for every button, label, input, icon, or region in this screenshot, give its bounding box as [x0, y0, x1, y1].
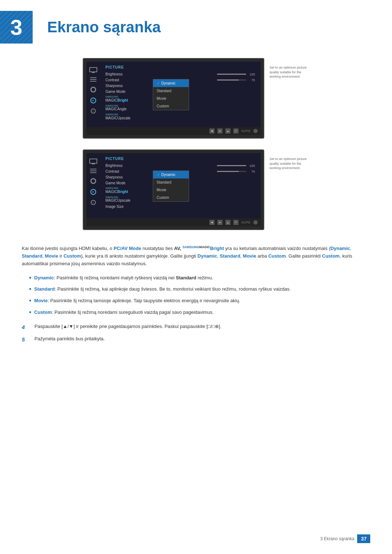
- sharpness-label-2: Sharpness: [106, 175, 123, 179]
- ctrl-up-2[interactable]: ▲: [225, 220, 230, 225]
- brightness-label-2: Brightness: [106, 164, 123, 168]
- contrast-value-1: 75: [248, 78, 255, 82]
- ctrl-up-1[interactable]: ▲: [225, 128, 230, 134]
- magicupscale-label-2: SAMSUNG MAGICUpscale: [106, 196, 131, 203]
- pc-av-mode-highlight: PC/AV Mode: [114, 246, 141, 251]
- bullet-list: • Dynamic: Pasirinkite šį režimą norėdam…: [22, 274, 370, 316]
- magicbright-label-1: SAMSUNG MAGICBright: [106, 95, 128, 103]
- ctrl-enter-1[interactable]: ↵: [233, 128, 238, 134]
- chapter-title: Ekrano sąranka: [47, 19, 161, 36]
- page-number: 37: [357, 534, 370, 543]
- ctrl-power-2[interactable]: [253, 220, 258, 225]
- settings-icon-1: [90, 87, 96, 93]
- brightness-fill-2: [217, 165, 246, 166]
- brightness-fill-1: [217, 74, 246, 75]
- monitor1-side-note: Set to an optimum picture quality suitab…: [270, 58, 310, 79]
- bullet-standard: • Standard: Pasirinkite šį režimą, kai a…: [29, 286, 370, 294]
- step4-text: Paspauskite [▲/▼] ir pereikite prie page…: [34, 323, 221, 332]
- dropdown-item-standard-1[interactable]: Standard: [153, 87, 189, 95]
- ctrl-left-1[interactable]: ◀: [209, 128, 215, 134]
- footer-section-label: 3 Ekrano sąranka: [320, 536, 354, 541]
- custom-inline-1: Custom: [64, 253, 81, 259]
- brightness-label-1: Brightness: [106, 72, 123, 76]
- custom-inline-2: Custom: [268, 253, 286, 259]
- monitor1-container: ✦ i PICTURE Brightness: [83, 58, 310, 139]
- chapter-box: 3: [0, 11, 33, 44]
- ctrl-down-1[interactable]: ▼: [217, 128, 222, 134]
- monitor2-controls: ◀ ▼ ▲ ↵ AUTO: [86, 218, 261, 226]
- info-icon-1: i: [91, 108, 96, 114]
- monitor-icon-2: [89, 159, 97, 164]
- magic-icon-1: ✦: [90, 98, 96, 103]
- step5-text: Pažymėta parinktis bus pritaikyta.: [34, 335, 105, 344]
- movie-inline-1: Movie: [45, 253, 58, 259]
- bullet-dot-2: •: [29, 286, 31, 294]
- info-icon-2: i: [91, 200, 96, 205]
- page-footer: 3 Ekrano sąranka 37: [0, 534, 392, 543]
- contrast-bar-1: [217, 79, 246, 81]
- brightness-bar-2: [217, 165, 246, 166]
- monitor1-controls: ◀ ▼ ▲ ↵ AUTO: [86, 127, 261, 135]
- dropdown-item-movie-1[interactable]: Movie: [153, 95, 189, 102]
- bullet-movie-text: Movie: Pasirinkite šį režimą tamsioje ap…: [34, 297, 240, 305]
- dropdown-item-standard-2[interactable]: Standard: [153, 178, 189, 186]
- main-content: ✦ i PICTURE Brightness: [0, 51, 392, 369]
- magicupscale-label-1: SAMSUNG MAGICUpscale: [106, 113, 131, 120]
- dropdown-2[interactable]: ✓ Dynamic Standard Movie Custom: [153, 171, 189, 202]
- menu-panel-1: PICTURE Brightness 100: [100, 62, 261, 127]
- magic-bright-inline: Bright: [210, 246, 224, 251]
- contrast-label-1: Contrast: [106, 78, 119, 82]
- monitor-icon-1: [89, 67, 97, 72]
- bullet-custom: • Custom: Pasirinkite šį režimą norėdami…: [29, 309, 370, 317]
- dropdown-item-custom-2[interactable]: Custom: [153, 194, 189, 201]
- footer-text: 3 Ekrano sąranka 37: [320, 534, 370, 543]
- magicupscale-item-1: SAMSUNG MAGICUpscale: [106, 113, 255, 120]
- dropdown-1[interactable]: ✓ Dynamic Standard Movie Custom: [153, 79, 189, 110]
- step4-item: 4 Paspauskite [▲/▼] ir pereikite prie pa…: [22, 323, 370, 332]
- brightness-value-2: 100: [248, 164, 255, 168]
- movie-inline-2: Movie: [243, 253, 256, 259]
- monitor2-container: ✦ i PICTURE Brightness: [83, 149, 310, 230]
- dropdown-item-dynamic-1[interactable]: ✓ Dynamic: [153, 79, 189, 87]
- dropdown-label-standard-2: Standard: [157, 180, 172, 184]
- monitor2-inner: ✦ i PICTURE Brightness: [86, 153, 261, 218]
- dropdown-label-movie-2: Movie: [157, 188, 167, 192]
- bullet-dot-3: •: [29, 297, 31, 305]
- chapter-number: 3: [10, 15, 22, 40]
- sharpness-label-1: Sharpness: [106, 84, 123, 88]
- ctrl-power-1[interactable]: [253, 129, 258, 133]
- contrast-fill-2: [217, 171, 239, 172]
- magic-icon-2: ✦: [90, 189, 96, 195]
- monitor2-side-note: Set to an optimum picture quality suitab…: [270, 149, 310, 171]
- ctrl-left-2[interactable]: ◀: [209, 220, 215, 225]
- contrast-fill-1: [217, 79, 239, 81]
- dropdown-item-movie-2[interactable]: Movie: [153, 186, 189, 194]
- dropdown-label-movie-1: Movie: [157, 97, 167, 100]
- dropdown-item-dynamic-2[interactable]: ✓ Dynamic: [153, 171, 189, 178]
- sidebar-icons-1: ✦ i: [86, 62, 100, 127]
- brightness-bar-container-1: 100: [217, 73, 255, 76]
- ctrl-enter-2[interactable]: ↵: [233, 220, 238, 225]
- contrast-label-2: Contrast: [106, 169, 119, 173]
- dropdown-label-dynamic-2: Dynamic: [162, 173, 176, 177]
- standard-inline-2: Standard: [220, 253, 240, 259]
- contrast-value-2: 75: [248, 170, 255, 173]
- page-header: 3 Ekrano sąranka: [0, 0, 392, 51]
- gamemode-label-1: Game Mode: [106, 90, 126, 94]
- menu-panel-2: PICTURE Brightness 100: [100, 153, 261, 218]
- menu-title-2: PICTURE: [106, 157, 255, 161]
- settings-icon-2: [90, 178, 96, 184]
- dropdown-item-custom-1[interactable]: Custom: [153, 102, 189, 110]
- bullet-standard-text: Standard: Pasirinkite šį režimą, kai apl…: [34, 286, 291, 294]
- bullet-dynamic-text: Dynamic: Pasirinkite šį režimą norėdami …: [34, 274, 213, 282]
- ctrl-down-2[interactable]: ▼: [217, 220, 222, 225]
- brightness-item-1: Brightness 100: [106, 72, 255, 76]
- check-mark-2: ✓: [157, 173, 160, 177]
- menu-title-1: PICTURE: [106, 65, 255, 69]
- menu-lines-icon-2: [90, 169, 97, 173]
- brightness-value-1: 100: [248, 73, 255, 76]
- custom-inline-3: Custom: [322, 253, 339, 259]
- contrast-bar-container-2: 75: [217, 170, 255, 173]
- monitor2: ✦ i PICTURE Brightness: [83, 149, 264, 230]
- dropdown-label-dynamic-1: Dynamic: [162, 81, 176, 85]
